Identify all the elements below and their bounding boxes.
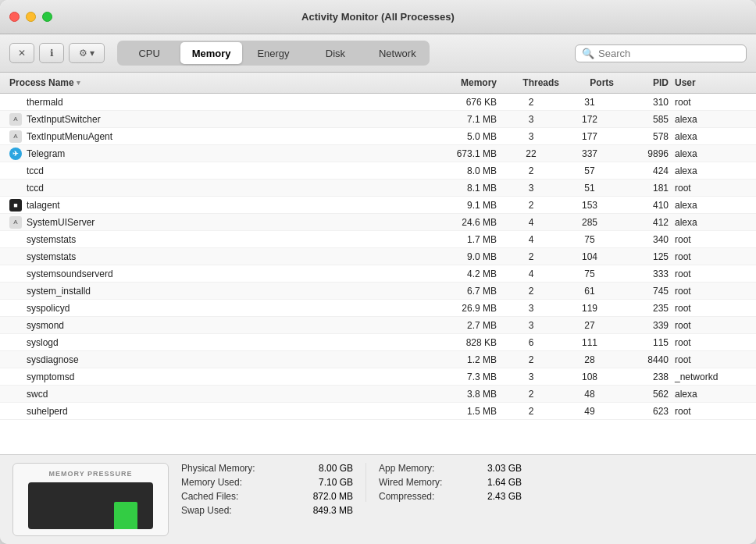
close-button[interactable] <box>9 12 20 22</box>
col-header-ports[interactable]: Ports <box>562 73 617 93</box>
sort-arrow-icon: ▾ <box>77 79 80 87</box>
process-memory: 1.5 MB <box>430 404 500 418</box>
tab-network[interactable]: Network <box>367 42 428 64</box>
col-header-threads[interactable]: Threads <box>500 73 562 93</box>
process-user: root <box>672 336 750 350</box>
process-user: root <box>672 301 750 315</box>
search-input[interactable] <box>598 48 740 59</box>
process-user: root <box>672 284 750 298</box>
process-user: root <box>672 181 750 195</box>
tab-cpu[interactable]: CPU <box>119 42 180 64</box>
table-row[interactable]: system_installd 6.7 MB 2 61 745 root <box>0 283 756 300</box>
process-ports: 49 <box>562 404 617 418</box>
process-name: A TextInputSwitcher <box>6 112 430 127</box>
process-pid: 424 <box>617 164 672 178</box>
table-row[interactable]: symptomsd 7.3 MB 3 108 238 _networkd <box>0 368 756 386</box>
process-memory: 8.0 MB <box>430 164 500 178</box>
process-threads: 2 <box>500 387 562 401</box>
process-ports: 48 <box>562 387 617 401</box>
process-threads: 3 <box>500 318 562 332</box>
stat-row: Memory Used: 7.10 GB <box>181 477 353 488</box>
info-button[interactable]: ℹ <box>39 43 64 63</box>
table-row[interactable]: systemstats 9.0 MB 2 104 125 root <box>0 248 756 265</box>
table-row[interactable]: A SystemUIServer 24.6 MB 4 285 412 alexa <box>0 214 756 231</box>
process-memory: 676 KB <box>430 95 500 109</box>
process-threads: 3 <box>500 130 562 144</box>
table-row[interactable]: A TextInputSwitcher 7.1 MB 3 172 585 ale… <box>0 111 756 128</box>
table-row[interactable]: ■ talagent 9.1 MB 2 153 410 alexa <box>0 197 756 214</box>
stat-label: Physical Memory: <box>181 463 255 474</box>
tab-energy[interactable]: Energy <box>243 42 304 64</box>
process-icon <box>9 268 22 280</box>
stats-box: Physical Memory: 8.00 GB Memory Used: 7.… <box>181 463 353 516</box>
stat-value: 8.00 GB <box>319 463 353 474</box>
stop-button[interactable]: ✕ <box>9 43 34 63</box>
search-box[interactable]: 🔍 <box>575 44 747 62</box>
memory-pressure-bar <box>114 502 137 529</box>
process-name: ■ talagent <box>6 197 430 213</box>
process-ports: 108 <box>562 370 617 384</box>
traffic-lights <box>9 12 52 22</box>
process-pid: 235 <box>617 301 672 315</box>
process-user: alexa <box>672 215 750 229</box>
titlebar: Activity Monitor (All Processes) <box>0 0 756 34</box>
gear-button[interactable]: ⚙ ▾ <box>69 43 105 63</box>
process-threads: 2 <box>500 404 562 418</box>
table-row[interactable]: syslogd 828 KB 6 111 115 root <box>0 334 756 351</box>
process-ports: 337 <box>562 147 617 161</box>
col-header-process-name[interactable]: Process Name ▾ <box>6 73 430 93</box>
col-header-user[interactable]: User <box>672 73 750 93</box>
stat-row: Wired Memory: 1.64 GB <box>379 477 522 488</box>
stat-value: 1.64 GB <box>487 477 522 488</box>
tab-memory[interactable]: Memory <box>180 42 241 64</box>
table-row[interactable]: thermald 676 KB 2 31 310 root <box>0 94 756 111</box>
process-icon: A <box>9 113 22 126</box>
process-icon <box>9 165 22 177</box>
process-user: alexa <box>672 130 750 144</box>
process-memory: 26.9 MB <box>430 301 500 315</box>
process-pid: 412 <box>617 215 672 229</box>
col-header-pid[interactable]: PID <box>617 73 672 93</box>
table-row[interactable]: tccd 8.0 MB 2 57 424 alexa <box>0 162 756 180</box>
memory-pressure-graph <box>28 482 153 529</box>
col-header-memory[interactable]: Memory <box>430 73 500 93</box>
table-row[interactable]: sysdiagnose 1.2 MB 2 28 8440 root <box>0 351 756 368</box>
process-ports: 51 <box>562 181 617 195</box>
process-pid: 125 <box>617 250 672 264</box>
process-name-label: syspolicyd <box>27 303 70 314</box>
info-icon: ℹ <box>50 48 54 59</box>
table-row[interactable]: systemsoundserverd 4.2 MB 4 75 333 root <box>0 265 756 283</box>
stat-value: 849.3 MB <box>313 505 353 516</box>
process-pid: 8440 <box>617 353 672 367</box>
stat-value: 3.03 GB <box>487 463 522 474</box>
minimize-button[interactable] <box>26 12 36 22</box>
process-threads: 3 <box>500 370 562 384</box>
table-row[interactable]: sysmond 2.7 MB 3 27 339 root <box>0 317 756 334</box>
activity-monitor-window: Activity Monitor (All Processes) ✕ ℹ ⚙ ▾… <box>0 0 756 544</box>
process-threads: 22 <box>500 147 562 161</box>
window-title: Activity Monitor (All Processes) <box>301 11 455 23</box>
process-memory: 1.2 MB <box>430 353 500 367</box>
process-icon <box>9 233 22 246</box>
table-row[interactable]: tccd 8.1 MB 3 51 181 root <box>0 180 756 197</box>
table-row[interactable]: syspolicyd 26.9 MB 3 119 235 root <box>0 300 756 317</box>
process-ports: 27 <box>562 318 617 332</box>
table-row[interactable]: swcd 3.8 MB 2 48 562 alexa <box>0 386 756 403</box>
process-memory: 5.0 MB <box>430 130 500 144</box>
table-row[interactable]: systemstats 1.7 MB 4 75 340 root <box>0 231 756 248</box>
stat-label: Compressed: <box>379 491 434 502</box>
stop-icon: ✕ <box>18 48 26 59</box>
process-pid: 562 <box>617 387 672 401</box>
process-threads: 2 <box>500 95 562 109</box>
process-name-label: tccd <box>27 165 44 176</box>
tab-disk[interactable]: Disk <box>305 42 366 64</box>
process-pid: 340 <box>617 233 672 247</box>
table-row[interactable]: A TextInputMenuAgent 5.0 MB 3 177 578 al… <box>0 128 756 145</box>
process-pid: 410 <box>617 198 672 212</box>
process-name-label: syslogd <box>27 337 59 348</box>
table-row[interactable]: suhelperd 1.5 MB 2 49 623 root <box>0 403 756 420</box>
gear-icon: ⚙ <box>79 48 87 59</box>
table-row[interactable]: ✈ Telegram 673.1 MB 22 337 9896 alexa <box>0 145 756 162</box>
process-icon <box>9 302 22 315</box>
maximize-button[interactable] <box>42 12 52 22</box>
